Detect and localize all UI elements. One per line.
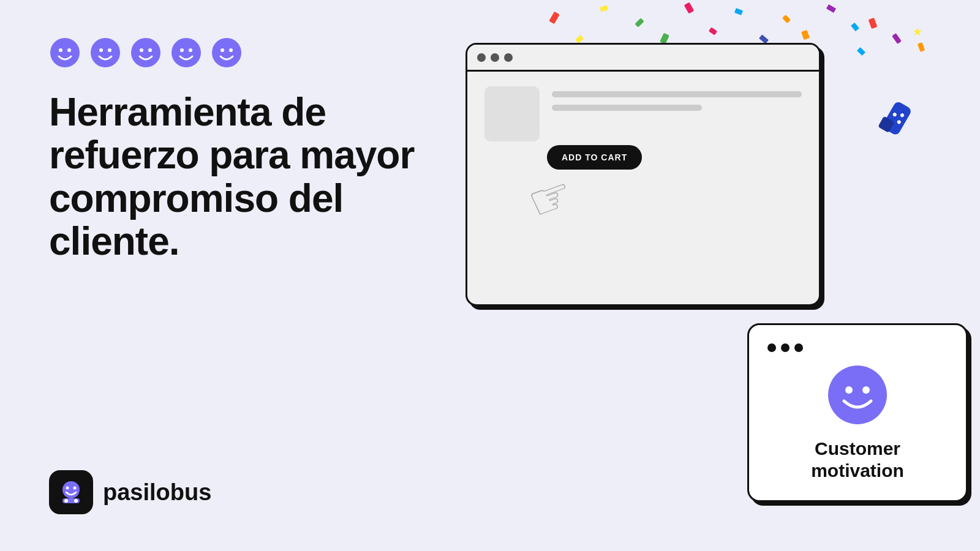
browser-dot-3: [504, 53, 513, 62]
svg-point-2: [67, 48, 71, 52]
product-line-2: [552, 105, 702, 111]
svg-point-20: [74, 499, 78, 503]
svg-rect-28: [869, 18, 878, 29]
svg-point-0: [50, 38, 80, 67]
svg-point-10: [180, 48, 184, 52]
logo-area: pasilobus: [49, 470, 211, 514]
svg-point-7: [140, 48, 143, 52]
svg-point-51: [845, 386, 853, 394]
svg-point-19: [64, 499, 68, 503]
svg-marker-37: [913, 28, 922, 36]
svg-rect-25: [734, 8, 743, 15]
smiley-icon-4: [170, 37, 202, 69]
svg-point-8: [148, 48, 152, 52]
hero-heading: Herramienta de refuerzo para mayor compr…: [49, 91, 441, 263]
browser-window: ADD TO CART ☞: [466, 43, 821, 306]
svg-rect-35: [851, 23, 859, 31]
svg-rect-27: [826, 4, 836, 13]
svg-rect-21: [549, 12, 560, 24]
card-dot-2: [781, 343, 790, 352]
smiley-icon-1: [49, 37, 81, 69]
svg-point-52: [862, 386, 870, 394]
card-dot-3: [794, 343, 803, 352]
motivation-card: Customer motivation: [747, 323, 968, 502]
smiley-row: [49, 37, 441, 69]
browser-content: ADD TO CART ☞: [467, 72, 819, 168]
smiley-icon-5: [211, 37, 243, 69]
svg-rect-26: [782, 15, 791, 23]
svg-rect-44: [918, 42, 925, 52]
svg-rect-30: [575, 35, 584, 43]
svg-point-4: [99, 48, 103, 52]
product-lines: [552, 86, 802, 111]
card-smiley-icon: [827, 364, 888, 425]
svg-point-3: [91, 38, 120, 67]
svg-point-16: [66, 487, 69, 490]
svg-rect-34: [801, 30, 810, 40]
svg-rect-22: [600, 6, 608, 12]
svg-rect-32: [709, 27, 717, 35]
product-image: [484, 86, 540, 141]
card-dot-1: [767, 343, 776, 352]
svg-point-5: [108, 48, 111, 52]
right-section: ADD TO CART ☞ Customer motivat: [429, 0, 980, 551]
svg-point-12: [212, 38, 241, 67]
svg-rect-36: [892, 33, 902, 44]
left-section: Herramienta de refuerzo para mayor compr…: [49, 37, 441, 263]
svg-point-50: [828, 365, 887, 424]
pasilobus-icon: [56, 478, 86, 507]
svg-rect-24: [684, 2, 695, 14]
browser-toolbar: [467, 45, 819, 72]
svg-point-9: [172, 38, 201, 67]
svg-rect-43: [857, 47, 865, 56]
card-title: Customer motivation: [767, 438, 948, 482]
product-row: [484, 86, 802, 141]
svg-point-14: [229, 48, 233, 52]
hand-pointer-icon: ☞: [520, 163, 581, 232]
product-line-1: [552, 91, 802, 97]
logo-name: pasilobus: [103, 479, 211, 506]
svg-rect-23: [635, 18, 644, 28]
party-popper-icon: [853, 61, 960, 172]
smiley-icon-2: [89, 37, 121, 69]
svg-point-13: [221, 48, 224, 52]
smiley-icon-3: [130, 37, 162, 69]
browser-dot-1: [477, 53, 486, 62]
svg-point-15: [62, 481, 80, 498]
svg-point-11: [189, 48, 192, 52]
logo-icon: [49, 470, 93, 514]
card-dots: [767, 343, 803, 352]
svg-point-1: [59, 48, 62, 52]
svg-point-6: [131, 38, 160, 67]
svg-point-17: [74, 487, 77, 490]
browser-dot-2: [491, 53, 499, 62]
